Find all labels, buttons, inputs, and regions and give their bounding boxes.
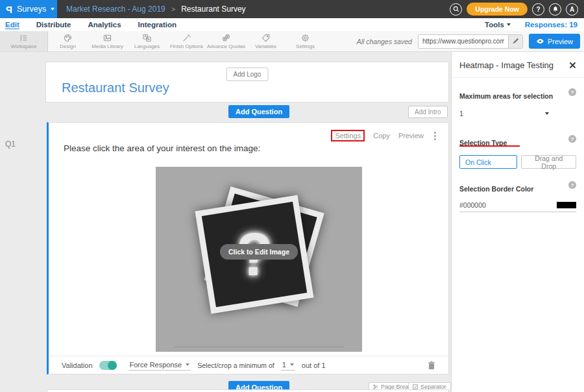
eye-icon: [536, 38, 544, 44]
toolbar-item-label: Design: [60, 43, 76, 49]
question-text[interactable]: Please click the area of your interest o…: [64, 143, 260, 153]
validation-suffix: out of 1: [302, 361, 326, 369]
validation-rule-value: Force Response: [130, 361, 182, 369]
top-bar: P Surveys Market Research - Aug 2019 > R…: [0, 0, 584, 18]
border-color-value[interactable]: #000000: [459, 201, 486, 209]
validation-min-value: 1: [282, 361, 286, 369]
preview-button[interactable]: Preview: [529, 34, 580, 49]
breadcrumb-separator: >: [171, 5, 175, 13]
edit-url-button[interactable]: [508, 34, 522, 49]
scissors-icon: [373, 384, 378, 389]
chevron-down-icon: [186, 363, 189, 366]
notifications-button[interactable]: [549, 3, 561, 16]
toolbar-item-languages[interactable]: Languages: [127, 31, 167, 51]
save-status: All changes saved: [357, 38, 412, 45]
toolbar-right: All changes saved Preview: [357, 31, 584, 51]
breadcrumb-parent[interactable]: Market Research - Aug 2019: [66, 5, 165, 14]
top-actions: Upgrade Now ? A: [450, 0, 584, 18]
question-preview-button[interactable]: Preview: [398, 132, 424, 140]
add-logo-button[interactable]: Add Logo: [226, 67, 269, 81]
question-copy-button[interactable]: Copy: [373, 132, 390, 140]
toolbar-item-label: Finish Options: [170, 43, 203, 49]
question-more-menu[interactable]: [432, 131, 438, 141]
search-button[interactable]: [450, 3, 462, 16]
border-color-label: Selection Border Color: [459, 185, 533, 193]
validation-min-text: Select/crop a minimum of: [197, 361, 274, 369]
close-icon: [569, 62, 576, 69]
tab-distribute[interactable]: Distribute: [36, 21, 71, 29]
search-icon: [453, 6, 459, 12]
tools-dropdown[interactable]: Tools: [485, 21, 511, 29]
nav-right: Tools Responses: 19: [485, 21, 584, 29]
avatar[interactable]: A: [566, 3, 578, 16]
question-number-label: Q1: [5, 140, 16, 149]
border-color-field: Selection Border Color ? #000000: [452, 182, 584, 212]
survey-header-card: Add Logo Restaurant Survey: [45, 62, 449, 103]
finish-options-icon: [182, 33, 191, 43]
color-swatch[interactable]: [557, 202, 576, 208]
upgrade-now-button[interactable]: Upgrade Now: [467, 3, 528, 16]
delete-question-button[interactable]: [428, 361, 435, 370]
add-question-button-top[interactable]: Add Question: [228, 105, 289, 118]
help-icon[interactable]: ?: [568, 135, 576, 143]
drag-and-drop-option[interactable]: Drag and Drop: [521, 155, 576, 169]
tools-label: Tools: [485, 21, 504, 29]
validation-label: Validation: [62, 361, 93, 369]
border-color-input-row: #000000: [459, 201, 576, 212]
help-button[interactable]: ?: [532, 3, 544, 16]
editor-toolbar: Workspace Design Media Library Languages…: [0, 31, 584, 52]
chevron-down-icon: [290, 363, 294, 366]
survey-url-input[interactable]: [419, 35, 508, 48]
toolbar-item-variables[interactable]: Variables: [246, 31, 286, 51]
checkbox-icon: [413, 384, 418, 389]
survey-url-field: [418, 34, 523, 49]
max-areas-dropdown[interactable]: 1: [459, 110, 549, 119]
variables-icon: [261, 33, 271, 43]
settings-icon: [300, 33, 310, 43]
toolbar-item-settings[interactable]: Settings: [286, 31, 325, 51]
languages-icon: [142, 33, 152, 43]
question-settings-panel: Heatmap - Image Testing Maximum areas fo…: [451, 52, 584, 392]
question-actions: Settings Copy Preview: [331, 130, 438, 141]
placeholder-divider: [174, 347, 344, 347]
responses-count[interactable]: Responses: 19: [525, 21, 578, 29]
workspace-icon: [19, 33, 29, 43]
survey-title[interactable]: Restaurant Survey: [62, 80, 169, 95]
validation-min-dropdown[interactable]: 1: [281, 360, 295, 371]
toolbar-item-label: Languages: [134, 43, 160, 49]
help-icon[interactable]: ?: [568, 181, 576, 189]
add-intro-button[interactable]: Add Intro: [408, 106, 448, 118]
close-panel-button[interactable]: [569, 62, 576, 69]
validation-toggle[interactable]: [99, 361, 117, 370]
toolbar-item-workspace[interactable]: Workspace: [0, 31, 48, 51]
surveys-menu[interactable]: P Surveys: [0, 0, 57, 18]
toolbar-item-label: Workspace: [11, 43, 37, 49]
next-block-card: [47, 389, 449, 392]
questionpro-survey-editor: P Surveys Market Research - Aug 2019 > R…: [0, 0, 584, 392]
validation-row: Validation Force Response Select/crop a …: [49, 356, 448, 374]
bell-icon: [552, 6, 559, 12]
tab-integration[interactable]: Integration: [138, 21, 176, 29]
breadcrumb-current: Restaurant Survey: [181, 5, 245, 14]
trash-icon: [428, 361, 435, 370]
help-icon[interactable]: ?: [568, 88, 576, 96]
validation-rule-dropdown[interactable]: Force Response: [128, 360, 191, 371]
max-areas-label: Maximum areas for selection: [459, 92, 553, 100]
max-areas-field: Maximum areas for selection ? 1: [452, 90, 584, 119]
heatmap-image-placeholder[interactable]: ? Click to Edit Image: [156, 167, 362, 352]
tab-edit[interactable]: Edit: [5, 21, 19, 29]
toolbar-item-label: Variables: [255, 43, 276, 49]
click-to-edit-image-button[interactable]: Click to Edit Image: [220, 244, 298, 260]
toolbar-item-finish-options[interactable]: Finish Options: [167, 31, 206, 51]
toolbar-item-label: Advance Quotas: [207, 43, 245, 49]
on-click-option[interactable]: On Click: [459, 155, 517, 169]
toolbar-item-media-library[interactable]: Media Library: [88, 31, 127, 51]
max-areas-value: 1: [459, 110, 463, 117]
advance-quotas-icon: [221, 33, 231, 43]
chevron-down-icon: [51, 8, 55, 10]
tab-analytics[interactable]: Analytics: [88, 21, 121, 29]
question-settings-button[interactable]: Settings: [331, 130, 365, 141]
breadcrumb: Market Research - Aug 2019 > Restaurant …: [57, 0, 450, 18]
toolbar-item-advance-quotas[interactable]: Advance Quotas: [206, 31, 246, 51]
toolbar-item-design[interactable]: Design: [48, 31, 88, 51]
